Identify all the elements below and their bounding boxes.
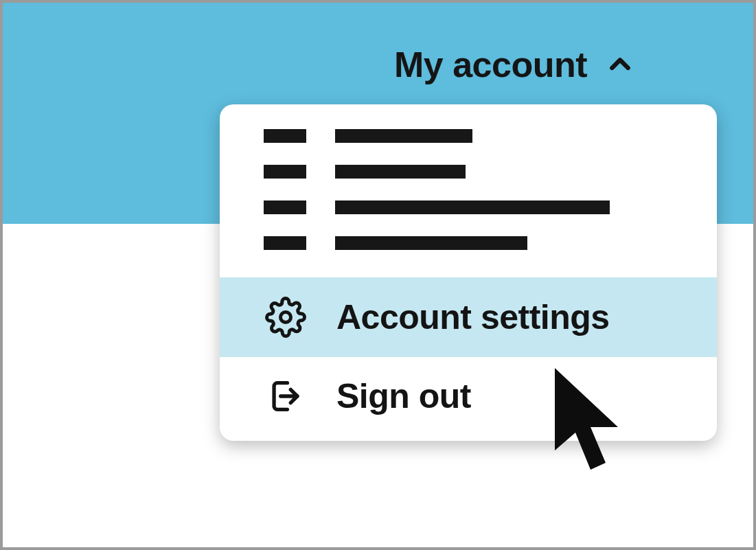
sign-out-icon <box>264 376 308 416</box>
placeholder-row <box>264 200 673 214</box>
svg-point-0 <box>281 312 291 323</box>
placeholder-bar <box>264 165 306 179</box>
my-account-trigger[interactable]: My account <box>394 44 634 85</box>
gear-icon <box>264 297 308 338</box>
placeholder-bar <box>264 129 306 143</box>
app-frame: My account <box>0 0 756 550</box>
placeholder-row <box>264 236 673 250</box>
placeholder-row <box>264 165 673 179</box>
menu-item-label: Account settings <box>336 297 610 337</box>
dropdown-placeholder-section <box>220 124 717 277</box>
placeholder-row <box>264 129 673 143</box>
menu-item-label: Sign out <box>336 376 471 416</box>
account-dropdown: Account settings Sign out <box>220 104 717 441</box>
chevron-up-icon <box>606 51 634 78</box>
placeholder-bar <box>335 200 610 214</box>
placeholder-bar <box>264 200 306 214</box>
placeholder-bar <box>335 129 472 143</box>
placeholder-bar <box>264 236 306 250</box>
placeholder-bar <box>335 236 527 250</box>
placeholder-bar <box>335 165 466 179</box>
menu-item-sign-out[interactable]: Sign out <box>220 357 717 435</box>
menu-item-account-settings[interactable]: Account settings <box>220 277 717 357</box>
my-account-label: My account <box>394 44 587 85</box>
